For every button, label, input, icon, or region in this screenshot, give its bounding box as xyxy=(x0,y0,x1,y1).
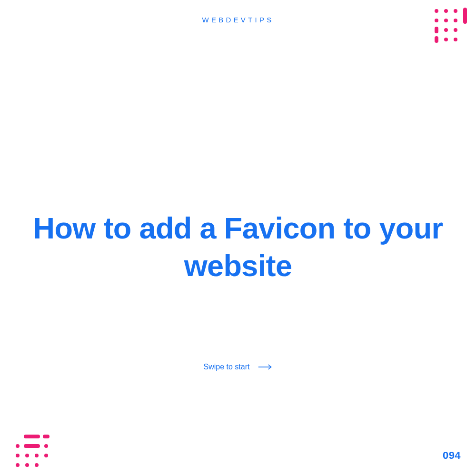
swipe-label: Swipe to start xyxy=(204,363,250,371)
swipe-cta[interactable]: Swipe to start xyxy=(204,363,273,371)
dot-pattern-logo-icon xyxy=(14,433,50,468)
page-title: How to add a Favicon to your website xyxy=(24,209,452,285)
page-number: 094 xyxy=(443,449,461,462)
brand-label: WEBDEVTIPS xyxy=(202,16,274,24)
dot-pattern-logo-icon xyxy=(433,8,468,43)
arrow-right-icon xyxy=(258,364,272,370)
